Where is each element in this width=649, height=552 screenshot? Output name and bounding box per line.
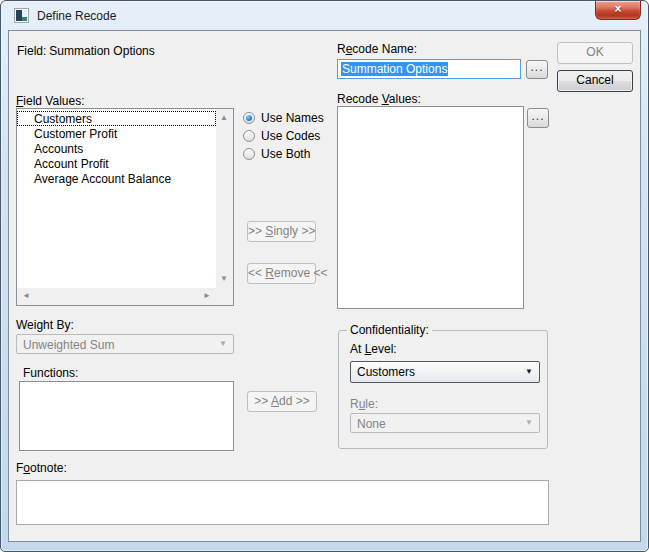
weight-by-combobox[interactable]: Unweighted Sum ▼ bbox=[16, 334, 234, 354]
radio-icon bbox=[243, 112, 255, 124]
vertical-scrollbar[interactable]: ▲ ▼ bbox=[216, 109, 233, 288]
title-bar[interactable]: Define Recode × bbox=[1, 1, 648, 30]
list-item[interactable]: Accounts bbox=[17, 141, 216, 156]
ellipsis-icon: ... bbox=[530, 60, 543, 74]
add-button[interactable]: >> Add >> bbox=[247, 391, 317, 412]
radio-use-codes[interactable]: Use Codes bbox=[243, 129, 320, 143]
field-info-value: Summation Options bbox=[49, 44, 154, 58]
rule-label: Rule: bbox=[350, 397, 378, 411]
chevron-down-icon: ▼ bbox=[525, 368, 533, 376]
radio-icon bbox=[243, 148, 255, 160]
recode-name-browse-button[interactable]: ... bbox=[526, 60, 548, 79]
field-info-label: Field: bbox=[17, 44, 46, 58]
ok-button[interactable]: OK bbox=[557, 42, 633, 64]
radio-icon bbox=[243, 130, 255, 142]
selected-text: Summation Options bbox=[341, 62, 448, 76]
weight-by-label: Weight By: bbox=[16, 318, 74, 332]
functions-listbox[interactable] bbox=[19, 381, 234, 451]
window-title: Define Recode bbox=[37, 9, 116, 23]
singly-button[interactable]: >> Singly >> bbox=[247, 221, 316, 242]
list-item[interactable]: Customer Profit bbox=[17, 126, 216, 141]
at-level-combobox[interactable]: Customers ▼ bbox=[350, 361, 540, 383]
recode-values-browse-button[interactable]: ... bbox=[527, 108, 549, 128]
field-values-label: Field Values: bbox=[16, 94, 85, 108]
confidentiality-group: Confidentiality: At Level: Customers ▼ R… bbox=[338, 330, 548, 449]
chevron-down-icon: ▼ bbox=[525, 419, 533, 427]
recode-name-label: Recode Name: bbox=[337, 42, 417, 56]
radio-use-both[interactable]: Use Both bbox=[243, 147, 310, 161]
field-values-listbox[interactable]: CustomersCustomer ProfitAccountsAccount … bbox=[16, 108, 234, 306]
field-info: Field:Summation Options bbox=[17, 44, 155, 58]
footnote-input[interactable] bbox=[16, 480, 549, 525]
confidentiality-group-label: Confidentiality: bbox=[347, 323, 432, 337]
list-item[interactable]: Average Account Balance bbox=[17, 171, 216, 186]
at-level-label: At Level: bbox=[350, 342, 397, 356]
app-icon bbox=[14, 8, 29, 23]
recode-values-label: Recode Values: bbox=[337, 92, 421, 106]
list-item[interactable]: Account Profit bbox=[17, 156, 216, 171]
functions-label: Functions: bbox=[23, 366, 78, 380]
scroll-left-icon[interactable]: ◄ bbox=[22, 292, 30, 300]
ellipsis-icon: ... bbox=[531, 109, 544, 123]
scroll-up-icon[interactable]: ▲ bbox=[220, 114, 228, 122]
field-values-items: CustomersCustomer ProfitAccountsAccount … bbox=[17, 109, 216, 288]
scroll-down-icon[interactable]: ▼ bbox=[220, 275, 228, 283]
close-button[interactable]: × bbox=[595, 1, 641, 20]
rule-combobox[interactable]: None ▼ bbox=[350, 413, 540, 433]
remove-button[interactable]: << Remove << bbox=[247, 263, 316, 284]
close-icon: × bbox=[614, 2, 621, 16]
scrollbar-corner bbox=[216, 288, 233, 305]
recode-values-listbox[interactable] bbox=[337, 106, 524, 309]
chevron-down-icon: ▼ bbox=[219, 340, 227, 348]
recode-name-input[interactable]: Summation Options bbox=[337, 59, 521, 79]
horizontal-scrollbar[interactable]: ◄ ► bbox=[17, 288, 216, 305]
define-recode-dialog: Define Recode × Field:Summation Options … bbox=[0, 0, 649, 552]
list-item[interactable]: Customers bbox=[17, 111, 216, 126]
radio-use-names[interactable]: Use Names bbox=[243, 111, 324, 125]
footnote-label: Footnote: bbox=[16, 461, 67, 475]
scroll-right-icon[interactable]: ► bbox=[203, 292, 211, 300]
cancel-button[interactable]: Cancel bbox=[557, 70, 633, 92]
dialog-body: Field:Summation Options Recode Name: Sum… bbox=[8, 30, 641, 542]
